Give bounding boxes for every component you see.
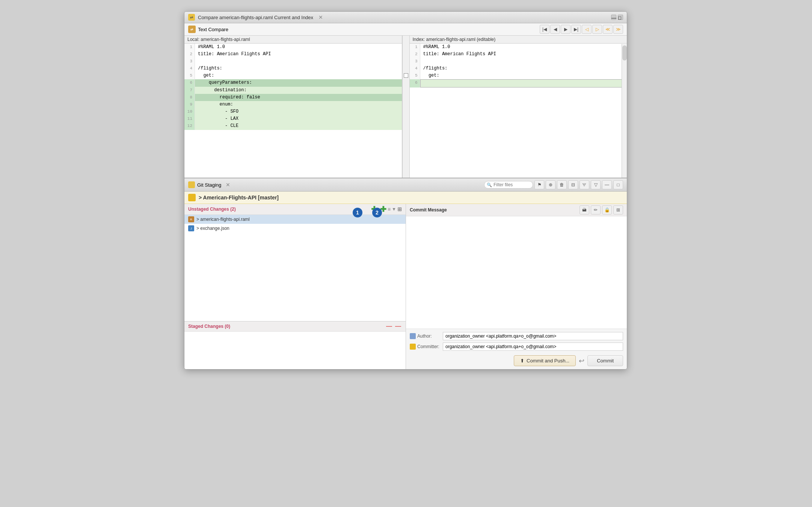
committer-label: Committer: <box>410 344 440 350</box>
staged-header-icons: — — <box>385 323 402 330</box>
connector-box <box>404 73 408 78</box>
raml-file-icon: R <box>188 216 194 222</box>
git-staging-panel: Git Staging ✕ ⚑ ⊕ 🗑 ⊟ ⩔ ▽ — □ > American… <box>184 178 627 369</box>
commit-header-icons: 🏔 ✏ 🔒 ⊞ <box>580 205 623 214</box>
git-staging-icon <box>188 181 195 188</box>
table-row: 4 /flights: <box>184 65 402 72</box>
nav-prev-diff-button[interactable]: ◀ <box>550 25 560 34</box>
staged-label: Staged Changes (0) <box>188 324 230 329</box>
staging-body: Unstaged Changes (2) ✚ ✚ ≡ ▼ ⊞ R > ameri… <box>184 204 627 369</box>
title-bar: ⇄ Compare american-flights-api.raml Curr… <box>184 12 627 23</box>
commit-message-label: Commit Message <box>410 207 447 213</box>
nav-first-diff-button[interactable]: |◀ <box>540 25 549 34</box>
table-row: 10 - SFO <box>184 108 402 115</box>
git-toolbar-btn6[interactable]: ▽ <box>591 180 601 189</box>
unstage-all-button[interactable]: — <box>385 323 393 330</box>
unstaged-file-list: R > american-flights-api.raml J > exchan… <box>184 215 406 321</box>
table-row: 12 - CLE <box>184 122 402 130</box>
file-name: > exchange.json <box>196 226 229 231</box>
nav-last-diff-button[interactable]: ▶| <box>571 25 581 34</box>
copy-right-button[interactable]: ▷ <box>592 25 602 34</box>
commit-icon-btn4[interactable]: ⊞ <box>613 205 623 214</box>
right-diff-content[interactable]: 1 #%RAML 1.0 2 title: American Flights A… <box>410 44 627 178</box>
compare-toolbar-label: Text Compare <box>198 27 228 32</box>
table-row: 9 enum: <box>184 101 402 108</box>
staged-file-list <box>184 332 406 369</box>
git-toolbar-btn5[interactable]: ⩔ <box>580 180 589 189</box>
repo-icon <box>188 194 196 201</box>
commit-message-header: Commit Message 🏔 ✏ 🔒 ⊞ <box>406 204 627 216</box>
maximize-button[interactable]: □ <box>618 15 623 20</box>
table-row: 1 #%RAML 1.0 <box>410 44 627 51</box>
git-toolbar-btn4[interactable]: ⊟ <box>568 180 578 189</box>
committer-icon <box>410 344 416 350</box>
committer-input[interactable] <box>443 343 623 351</box>
unstage-selected-button[interactable]: — <box>394 323 402 330</box>
unstaged-label: Unstaged Changes (2) <box>188 207 236 212</box>
list-item[interactable]: J > exchange.json <box>184 224 406 233</box>
author-label: Author: <box>410 333 440 339</box>
compare-toolbar-icons: |◀ ◀ ▶ ▶| ◁ ▷ ≪ ≫ <box>540 25 623 34</box>
right-diff-header: Index: american-flights-api.raml (editab… <box>410 36 627 44</box>
list-view-button[interactable]: ≡ <box>388 206 391 212</box>
diff-container: Local: american-flights-api.raml 1 #%RAM… <box>184 36 627 178</box>
commit-icon-btn2[interactable]: ✏ <box>591 205 601 214</box>
right-scrollbar[interactable] <box>622 44 627 178</box>
table-row: 3 <box>410 58 627 65</box>
left-diff-header: Local: american-flights-api.raml <box>184 36 402 44</box>
git-toolbar-btn2[interactable]: ⊕ <box>546 180 555 189</box>
git-staging-title: Git Staging <box>197 182 221 188</box>
separator-icon: ↩ <box>579 355 584 366</box>
diff-splitter <box>402 36 410 178</box>
copy-left-button[interactable]: ◁ <box>582 25 592 34</box>
staged-header: Staged Changes (0) — — <box>184 321 406 332</box>
git-toolbar-maximize[interactable]: □ <box>613 180 623 189</box>
commit-icon-btn3[interactable]: 🔒 <box>602 205 612 214</box>
list-item[interactable]: R > american-flights-api.raml <box>184 215 406 224</box>
table-row: 3 <box>184 58 402 65</box>
table-row: 6 queryParameters: <box>184 79 402 86</box>
nav-next-diff-button[interactable]: ▶ <box>561 25 571 34</box>
table-row: 5 get: <box>184 72 402 79</box>
table-row: 6 <box>410 79 627 87</box>
commit-button[interactable]: Commit <box>587 355 623 366</box>
minimize-button[interactable]: — <box>611 15 616 20</box>
commit-push-icon: ⬆ <box>520 358 524 364</box>
group-button[interactable]: ⊞ <box>397 206 402 212</box>
compare-toolbar: ⇄ Text Compare |◀ ◀ ▶ ▶| ◁ ▷ ≪ ≫ <box>184 23 627 36</box>
staging-title-bar: Git Staging ✕ ⚑ ⊕ 🗑 ⊟ ⩔ ▽ — □ <box>184 178 627 192</box>
table-row: 7 destination: <box>184 87 402 94</box>
repo-label: > American-Flights-API [master] <box>199 195 279 201</box>
commit-and-push-button[interactable]: ⬆ Commit and Push... <box>514 355 576 366</box>
staging-right-panel: Commit Message 🏔 ✏ 🔒 ⊞ Author: <box>406 204 627 369</box>
filter-files-input[interactable] <box>484 181 533 189</box>
commit-footer: Author: Committer: ⬆ <box>406 329 627 369</box>
window-title: Compare american-flights-api.raml Curren… <box>198 15 313 20</box>
table-row: 1 #%RAML 1.0 <box>184 44 402 51</box>
author-input[interactable] <box>443 332 623 340</box>
repo-header: > American-Flights-API [master] <box>184 192 627 204</box>
sort-button[interactable]: ▼ <box>392 207 396 212</box>
git-toolbar-btn3[interactable]: 🗑 <box>557 180 567 189</box>
text-compare-icon: ⇄ <box>188 26 196 33</box>
copy-all-left-button[interactable]: ≪ <box>603 25 613 34</box>
commit-buttons: ⬆ Commit and Push... ↩ Commit <box>410 353 623 366</box>
commit-message-textarea[interactable] <box>406 216 627 329</box>
table-row: 4 /flights: <box>410 65 627 72</box>
staging-close-icon[interactable]: ✕ <box>226 182 230 188</box>
commit-push-label: Commit and Push... <box>527 358 569 364</box>
table-row: 2 title: American Flights API <box>410 51 627 58</box>
badge-2: 2 <box>372 208 382 217</box>
left-diff-panel: Local: american-flights-api.raml 1 #%RAM… <box>184 36 402 178</box>
git-toolbar-minimize[interactable]: — <box>602 180 612 189</box>
table-row: 5 get: <box>410 72 627 79</box>
table-row: 8 required: false <box>184 94 402 101</box>
left-diff-content[interactable]: 1 #%RAML 1.0 2 title: American Flights A… <box>184 44 402 178</box>
table-row: 2 title: American Flights API <box>184 51 402 58</box>
close-tab-icon[interactable]: ✕ <box>318 14 323 20</box>
table-row: 11 - LAX <box>184 115 402 122</box>
copy-all-right-button[interactable]: ≫ <box>613 25 623 34</box>
commit-icon-btn1[interactable]: 🏔 <box>580 205 589 214</box>
json-file-icon: J <box>188 225 194 231</box>
git-toolbar-btn1[interactable]: ⚑ <box>534 180 544 189</box>
